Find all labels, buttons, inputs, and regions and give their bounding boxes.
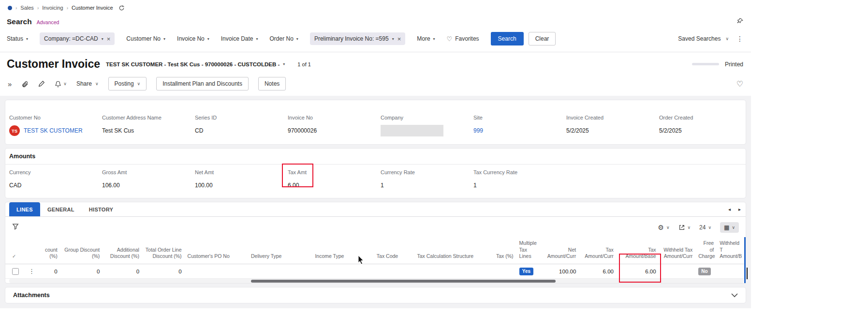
field-value: Test SK Cus bbox=[102, 127, 134, 134]
lines-table: ✓ count (%) Group Discount (%) Additiona… bbox=[5, 237, 746, 283]
chevron-down-icon: ▾ bbox=[392, 37, 394, 41]
field-company: Company bbox=[381, 115, 473, 136]
invoice-detail-card: Customer No TS TEST SK CUSTOMER Customer… bbox=[5, 100, 746, 145]
notes-button[interactable]: Notes bbox=[258, 77, 286, 90]
col-header-group-discount-pct[interactable]: Group Discount (%) bbox=[60, 247, 103, 264]
filter-customer-no[interactable]: Customer No ▾ bbox=[126, 35, 165, 42]
notifications-bell-icon[interactable]: ∨ bbox=[55, 80, 67, 88]
cell-additional-discount-pct: 0 bbox=[103, 269, 142, 274]
share-menu-button[interactable]: Share ∨ bbox=[76, 80, 99, 87]
filter-chip-preliminary-invoice-no[interactable]: Preliminary Invoice No: =595 ▾ × bbox=[310, 32, 405, 45]
pin-icon[interactable] bbox=[737, 17, 743, 26]
amounts-fields: Currency CAD Gross Amt 106.00 Net Amt 10… bbox=[5, 165, 746, 198]
table-row[interactable]: ⋮ 0 0 0 0 Yes 100.00 6.00 6.00 No bbox=[5, 264, 746, 279]
chevron-down-icon: ▾ bbox=[256, 37, 258, 41]
col-header-delivery-type[interactable]: Delivery Type bbox=[248, 253, 312, 264]
attachment-paperclip-icon[interactable] bbox=[21, 80, 29, 88]
page-header: Customer Invoice TEST SK CUSTOMER - Test… bbox=[0, 52, 751, 73]
installment-plan-button[interactable]: Installment Plan and Discounts bbox=[156, 77, 249, 90]
filter-chip-company[interactable]: Company: =DC-CAD ▾ × bbox=[40, 32, 115, 45]
col-header-total-order-line-discount-pct[interactable]: Total Order Line Discount (%) bbox=[142, 247, 185, 264]
col-header-tax-code[interactable]: Tax Code bbox=[374, 253, 414, 264]
horizontal-scrollbar-thumb[interactable] bbox=[251, 280, 556, 283]
col-header-income-type[interactable]: Income Type bbox=[312, 253, 373, 264]
col-header-customers-po-no[interactable]: Customer's PO No bbox=[185, 253, 248, 264]
clear-button[interactable]: Clear bbox=[529, 32, 556, 45]
col-header-withheld-tax-amount-curr[interactable]: Withheld Tax Amount/Curr bbox=[659, 247, 696, 264]
refresh-icon[interactable] bbox=[118, 5, 125, 11]
more-options-kebab-icon[interactable]: ⋮ bbox=[736, 35, 743, 43]
status-area: Printed bbox=[692, 61, 743, 68]
tab-scroll-left-icon[interactable]: ◂ bbox=[728, 207, 731, 212]
col-header-tax-amount-base[interactable]: Tax Amount/Base bbox=[617, 247, 659, 264]
filter-label: Order No bbox=[270, 35, 294, 42]
row-menu-kebab-icon[interactable]: ⋮ bbox=[29, 268, 35, 275]
field-label: Series ID bbox=[195, 115, 288, 120]
status-progress-bar bbox=[692, 63, 719, 65]
posting-menu-button[interactable]: Posting ∨ bbox=[108, 77, 147, 90]
page-size-selector[interactable]: 24 ∨ bbox=[699, 224, 711, 231]
field-label: Customer Address Name bbox=[102, 115, 195, 120]
edit-pencil-icon[interactable] bbox=[38, 80, 45, 87]
field-net-amt: Net Amt 100.00 bbox=[195, 169, 288, 191]
col-header-tax-amount-curr[interactable]: Tax Amount/Curr bbox=[579, 247, 617, 264]
field-value: 5/2/2025 bbox=[566, 127, 589, 134]
field-customer-no: Customer No TS TEST SK CUSTOMER bbox=[9, 115, 102, 136]
filter-status[interactable]: Status ▾ bbox=[7, 35, 28, 42]
tab-lines[interactable]: LINES bbox=[9, 202, 40, 216]
chevron-down-icon[interactable] bbox=[731, 293, 738, 298]
advanced-search-link[interactable]: Advanced bbox=[37, 19, 59, 25]
filter-label: Customer No bbox=[126, 35, 161, 42]
col-header-tax-pct[interactable]: Tax (%) bbox=[477, 253, 516, 264]
filter-order-no[interactable]: Order No ▾ bbox=[270, 35, 298, 42]
filter-label: Status bbox=[7, 35, 23, 42]
site-link[interactable]: 999 bbox=[473, 127, 483, 134]
tab-history[interactable]: HISTORY bbox=[82, 202, 120, 216]
filter-invoice-date[interactable]: Invoice Date ▾ bbox=[221, 35, 258, 42]
saved-searches-dropdown[interactable]: Saved Searches ∨ bbox=[678, 35, 729, 42]
customer-no-link[interactable]: TEST SK CUSTOMER bbox=[24, 127, 83, 134]
filter-more[interactable]: More ▾ bbox=[417, 35, 435, 42]
view-mode-selector[interactable]: ▦ ∨ bbox=[720, 222, 739, 233]
col-header-withheld-tax-amount-base[interactable]: Withheld T Amount/B bbox=[717, 240, 746, 264]
chevron-down-icon[interactable]: ▾ bbox=[283, 62, 285, 66]
filter-funnel-icon[interactable] bbox=[12, 223, 19, 232]
select-all-checkbox[interactable]: ✓ bbox=[9, 253, 26, 264]
favorite-heart-icon[interactable]: ♡ bbox=[736, 79, 743, 89]
filter-invoice-no[interactable]: Invoice No ▾ bbox=[177, 35, 209, 42]
col-header-net-amount-curr[interactable]: Net Amount/Curr bbox=[537, 247, 579, 264]
expand-commands-icon[interactable]: » bbox=[8, 80, 12, 88]
col-header-multiple-tax-lines[interactable]: Multiple Tax Lines bbox=[516, 240, 537, 264]
search-header: Search Advanced bbox=[0, 13, 751, 26]
cell-group-discount-pct: 0 bbox=[60, 269, 103, 274]
col-header-free-of-charge[interactable]: Free of Charge bbox=[695, 240, 717, 264]
field-currency-rate: Currency Rate 1 bbox=[381, 169, 473, 191]
col-header-discount-pct[interactable]: count (%) bbox=[36, 247, 60, 264]
row-checkbox[interactable] bbox=[12, 268, 19, 275]
favorites-button[interactable]: ♡ Favorites bbox=[447, 35, 479, 43]
col-header-additional-discount-pct[interactable]: Additional Discount (%) bbox=[103, 247, 142, 264]
command-bar: » ∨ Share ∨ Posting ∨ Installment Plan a… bbox=[0, 73, 751, 96]
attachments-section[interactable]: Attachments bbox=[5, 287, 746, 303]
app-window: › Sales › Invoicing › Customer Invoice S… bbox=[0, 0, 751, 308]
horizontal-scrollbar[interactable] bbox=[9, 279, 744, 283]
breadcrumb-invoicing[interactable]: Invoicing bbox=[42, 5, 63, 11]
chevron-down-icon: ▾ bbox=[433, 37, 435, 41]
table-settings-control[interactable]: ⚙ ∨ bbox=[658, 224, 669, 231]
col-header-tax-calculation-structure[interactable]: Tax Calculation Structure bbox=[414, 253, 476, 264]
search-button[interactable]: Search bbox=[491, 32, 524, 45]
status-badge: Printed bbox=[725, 61, 743, 68]
vertical-scroll-indicator[interactable] bbox=[744, 237, 746, 283]
breadcrumb-customer-invoice[interactable]: Customer Invoice bbox=[72, 5, 113, 11]
breadcrumb-sales[interactable]: Sales bbox=[20, 5, 34, 11]
tab-general[interactable]: GENERAL bbox=[40, 202, 82, 216]
page-size-value: 24 bbox=[699, 224, 706, 231]
breadcrumb: › Sales › Invoicing › Customer Invoice bbox=[0, 0, 751, 13]
close-icon[interactable]: × bbox=[107, 36, 111, 42]
field-value: 100.00 bbox=[195, 182, 213, 189]
tab-scroll-right-icon[interactable]: ▸ bbox=[738, 207, 741, 212]
close-icon[interactable]: × bbox=[397, 36, 401, 42]
share-label: Share bbox=[76, 80, 92, 87]
table-export-control[interactable]: ∨ bbox=[678, 224, 691, 231]
amounts-card: Amounts Currency CAD Gross Amt 106.00 Ne… bbox=[5, 148, 746, 198]
